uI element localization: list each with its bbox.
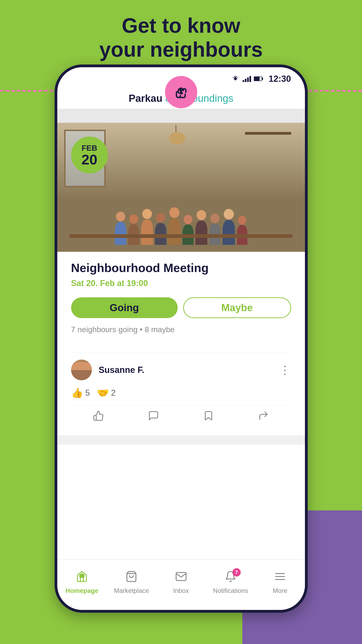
- signal-bars: [243, 76, 251, 82]
- notifications-icon: 7: [225, 570, 237, 585]
- date-day: 20: [81, 152, 97, 167]
- nav-item-inbox[interactable]: Inbox: [156, 570, 206, 594]
- notifications-label: Notifications: [213, 587, 248, 594]
- more-label: More: [273, 587, 288, 594]
- event-image: FEB 20: [57, 123, 305, 252]
- nav-item-more[interactable]: More: [255, 570, 305, 594]
- nav-item-homepage[interactable]: Homepage: [57, 570, 107, 594]
- date-badge: FEB 20: [71, 136, 108, 174]
- section-divider: [71, 352, 291, 353]
- homepage-label: Homepage: [66, 587, 98, 594]
- like-action-button[interactable]: [93, 410, 104, 424]
- heading-container: Get to know your neighbours: [0, 14, 362, 62]
- bottom-navigation: Homepage Marketplace Inbox: [57, 559, 305, 610]
- wave-reaction[interactable]: 🤝 2: [97, 387, 116, 398]
- headline: Get to know your neighbours: [0, 14, 362, 62]
- scene-lamp: [169, 125, 183, 144]
- thumbs-up-icon: 👍: [71, 387, 83, 398]
- inbox-icon: [175, 570, 187, 585]
- brand-icon-circle: [165, 76, 197, 108]
- bottom-separator: [57, 435, 305, 444]
- section-gray-bar: [57, 109, 305, 123]
- event-title: Neighbourhood Meeting: [71, 261, 291, 275]
- user-info: Susanne F.: [71, 360, 144, 380]
- marketplace-icon: [125, 570, 137, 585]
- nav-item-marketplace[interactable]: Marketplace: [107, 570, 156, 594]
- app-location-bold: Parkau: [129, 92, 162, 104]
- notifications-badge: 7: [232, 568, 241, 576]
- homepage-icon: [76, 570, 88, 585]
- scene-shelf: [245, 132, 291, 135]
- more-options-button[interactable]: ⋮: [279, 363, 291, 376]
- date-month: FEB: [82, 144, 97, 152]
- scene-table: [69, 234, 292, 238]
- rsvp-buttons: Going Maybe: [71, 297, 291, 318]
- phone-frame: 12:30 Parkau & surroundings: [54, 64, 308, 613]
- action-bar: [71, 406, 291, 428]
- comment-action-button[interactable]: [148, 410, 159, 424]
- nav-item-notifications[interactable]: 7 Notifications: [206, 570, 255, 594]
- more-icon: [274, 570, 286, 585]
- user-row: Susanne F. ⋮: [71, 360, 291, 387]
- wave-count: 2: [111, 388, 116, 398]
- user-name: Susanne F.: [99, 365, 144, 375]
- bookmark-action-button[interactable]: [203, 410, 214, 424]
- avatar: [71, 360, 92, 380]
- inbox-label: Inbox: [173, 587, 189, 594]
- battery-icon: [254, 76, 262, 81]
- heart-hand-icon: [173, 84, 189, 100]
- reactions-row: 👍 5 🤝 2: [71, 387, 291, 406]
- like-count: 5: [85, 388, 90, 398]
- wave-icon: 🤝: [97, 387, 109, 398]
- event-details: Neighbourhood Meeting Sat 20. Feb at 19:…: [57, 252, 305, 435]
- wifi-icon: [231, 76, 240, 82]
- share-action-button[interactable]: [258, 410, 269, 424]
- headline-line1: Get to know: [0, 14, 362, 38]
- event-date-label: Sat 20. Feb at 19:00: [71, 278, 291, 288]
- marketplace-label: Marketplace: [114, 587, 149, 594]
- attendee-count: 7 neighbours going • 8 maybe: [71, 325, 291, 343]
- going-button[interactable]: Going: [71, 297, 178, 318]
- maybe-button[interactable]: Maybe: [183, 297, 291, 318]
- status-icons: 12:30: [231, 74, 291, 84]
- like-reaction[interactable]: 👍 5: [71, 387, 90, 398]
- headline-line2: your neighbours: [0, 38, 362, 62]
- status-time: 12:30: [269, 74, 291, 84]
